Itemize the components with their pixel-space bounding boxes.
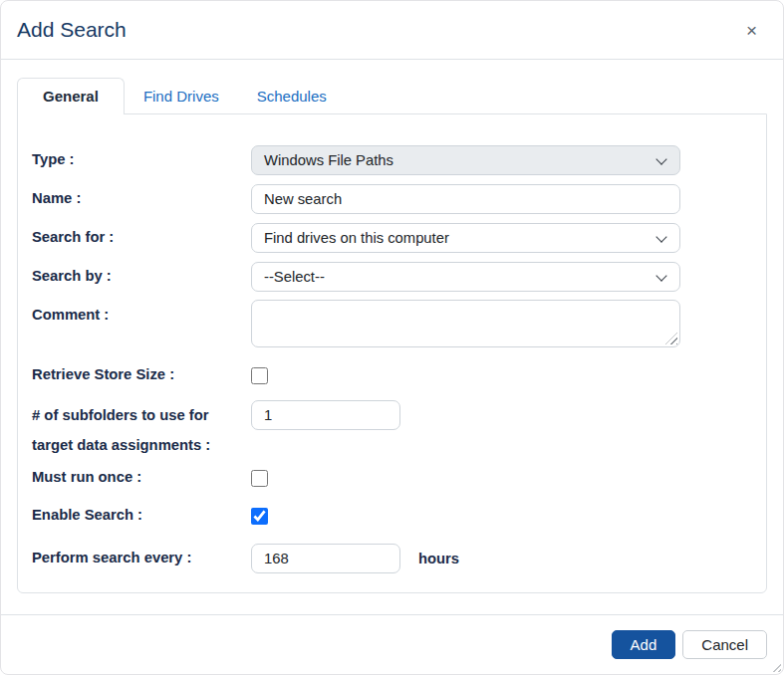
retrieve-store-size-label: Retrieve Store Size : <box>32 365 251 385</box>
form-row-retrieve-store-size: Retrieve Store Size : <box>32 365 752 385</box>
comment-label: Comment : <box>32 300 251 330</box>
form-row-must-run-once: Must run once : <box>32 468 752 488</box>
type-select[interactable]: Windows File Paths <box>251 145 680 175</box>
page-title: Add Search <box>17 18 127 42</box>
dialog-footer: Add Cancel <box>1 614 783 674</box>
form-row-subfolders: # of subfolders to use for target data a… <box>32 400 752 460</box>
type-label: Type : <box>32 150 251 170</box>
must-run-once-label: Must run once : <box>32 468 251 488</box>
perform-search-every-field[interactable] <box>251 544 400 573</box>
tab-schedules[interactable]: Schedules <box>238 78 346 113</box>
perform-search-every-label: Perform search every : <box>32 549 251 568</box>
type-select-value: Windows File Paths <box>264 152 393 168</box>
tab-find-drives[interactable]: Find Drives <box>125 78 238 113</box>
form-row-perform-search-every: Perform search every : hours <box>32 544 752 573</box>
enable-search-checkbox[interactable] <box>251 508 268 525</box>
dialog-header: Add Search × <box>1 1 783 60</box>
form-row-enable-search: Enable Search : <box>32 506 752 526</box>
tab-bar: General Find Drives Schedules <box>17 78 767 113</box>
subfolders-label: # of subfolders to use for target data a… <box>32 400 251 460</box>
form-row-search-by: Search by : --Select-- <box>32 262 752 292</box>
search-by-select[interactable]: --Select-- <box>251 262 680 292</box>
search-by-select-value: --Select-- <box>264 269 325 285</box>
search-for-select-value: Find drives on this computer <box>264 230 449 246</box>
form-row-type: Type : Windows File Paths <box>32 145 752 175</box>
add-button[interactable]: Add <box>612 630 676 659</box>
search-for-label: Search for : <box>32 228 251 248</box>
tab-content-general: Type : Windows File Paths Name : Search … <box>17 113 767 593</box>
name-field[interactable] <box>251 184 680 214</box>
body-spacer <box>1 593 783 614</box>
name-label: Name : <box>32 189 251 209</box>
retrieve-store-size-checkbox[interactable] <box>251 367 268 384</box>
comment-field[interactable] <box>251 300 680 347</box>
search-for-select[interactable]: Find drives on this computer <box>251 223 680 253</box>
tab-general[interactable]: General <box>17 78 125 114</box>
close-icon[interactable]: × <box>740 19 763 42</box>
cancel-button[interactable]: Cancel <box>682 630 767 659</box>
add-search-dialog: Add Search × General Find Drives Schedul… <box>0 0 784 675</box>
form-row-comment: Comment : <box>32 300 752 347</box>
search-by-label: Search by : <box>32 267 251 287</box>
must-run-once-checkbox[interactable] <box>251 470 268 487</box>
form-row-name: Name : <box>32 184 752 214</box>
hours-suffix-label: hours <box>418 551 459 566</box>
enable-search-label: Enable Search : <box>32 506 251 526</box>
subfolders-field[interactable] <box>251 400 400 430</box>
form-row-search-for: Search for : Find drives on this compute… <box>32 223 752 253</box>
